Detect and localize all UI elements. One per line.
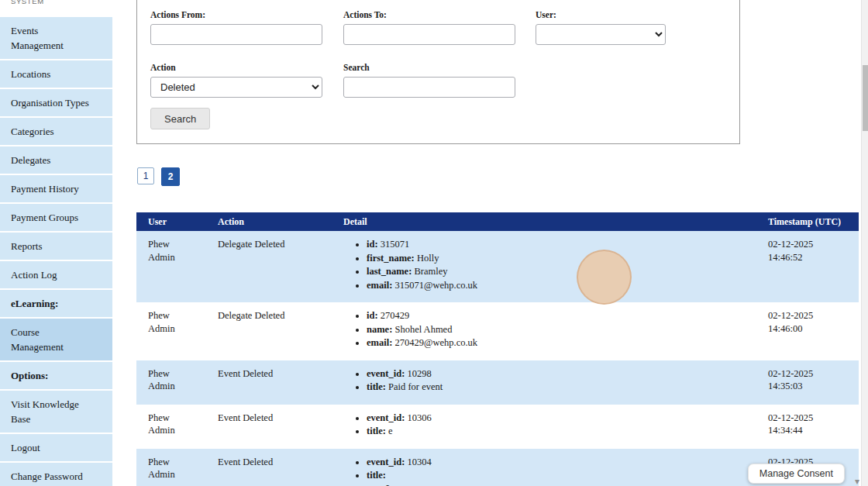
page-button-2[interactable]: 2 bbox=[161, 167, 180, 186]
detail-cell: id: 315071first_name: Hollylast_name: Br… bbox=[332, 231, 756, 302]
detail-item: email: 315071@wehp.co.uk bbox=[367, 279, 745, 292]
timestamp-cell: 02-12-2025 14:46:00 bbox=[756, 302, 859, 360]
timestamp-cell: 02-12-2025 14:34:44 bbox=[756, 405, 859, 449]
user-field: User: bbox=[536, 9, 666, 45]
detail-item: first_name: Holly bbox=[367, 252, 745, 265]
action-label: Action bbox=[150, 62, 322, 73]
sidebar-item-categories[interactable]: Categories bbox=[0, 118, 112, 145]
detail-item: last_name: Bramley bbox=[367, 265, 745, 278]
column-header: Timestamp (UTC) bbox=[756, 212, 859, 231]
table-header-row: UserActionDetailTimestamp (UTC) bbox=[136, 212, 859, 231]
detail-item: event_id: 10304 bbox=[367, 456, 745, 469]
actions-from-label: Actions From: bbox=[150, 9, 322, 20]
action-log-page: SYSTEM Events ManagementLocationsOrganis… bbox=[0, 0, 868, 486]
sidebar-item-elearning: eLearning: bbox=[0, 290, 112, 317]
user-label: User: bbox=[536, 9, 666, 20]
user-cell: Phew Admin bbox=[136, 449, 206, 486]
detail-item: name: Shohel Ahmed bbox=[367, 323, 745, 336]
user-select[interactable] bbox=[536, 24, 666, 45]
search-input[interactable] bbox=[343, 77, 515, 98]
action-cell: Event Deleted bbox=[206, 360, 332, 405]
scrollbar[interactable] bbox=[861, 0, 868, 486]
detail-item: title:0: bbox=[367, 469, 745, 486]
pagination: 12 bbox=[137, 167, 180, 186]
detail-item: title: Paid for event bbox=[367, 381, 745, 394]
widget-chevron-icon[interactable]: ▾ bbox=[855, 477, 859, 486]
search-field: Search bbox=[343, 62, 515, 98]
detail-item: id: 315071 bbox=[367, 238, 745, 251]
action-log-table: UserActionDetailTimestamp (UTC) Phew Adm… bbox=[136, 212, 859, 486]
table-row: Phew AdminEvent Deletedevent_id: 10306ti… bbox=[136, 405, 859, 449]
user-cell: Phew Admin bbox=[136, 360, 206, 405]
search-label: Search bbox=[343, 62, 515, 73]
sidebar-section-label: SYSTEM bbox=[11, 0, 112, 5]
detail-item: event_id: 10306 bbox=[367, 412, 745, 425]
detail-cell: id: 270429name: Shohel Ahmedemail: 27042… bbox=[332, 302, 756, 360]
detail-item: title: e bbox=[367, 425, 745, 438]
sidebar-item-course-management[interactable]: Course Management bbox=[0, 319, 112, 360]
table-row: Phew AdminEvent Deletedevent_id: 10298ti… bbox=[136, 360, 859, 405]
sidebar-item-change-password[interactable]: Change Password bbox=[0, 463, 112, 486]
filter-panel: Actions From: Actions To: User: Action D… bbox=[136, 0, 740, 144]
action-cell: Event Deleted bbox=[206, 449, 332, 486]
sidebar-item-events-management[interactable]: Events Management bbox=[0, 17, 112, 59]
detail-item: email: 270429@wehp.co.uk bbox=[367, 336, 745, 350]
timestamp-cell: 02-12-2025 14:35:03 bbox=[756, 360, 859, 405]
actions-to-label: Actions To: bbox=[343, 9, 515, 20]
sidebar: SYSTEM Events ManagementLocationsOrganis… bbox=[0, 0, 112, 486]
detail-cell: event_id: 10304title:0: bbox=[332, 449, 756, 486]
column-header: User bbox=[136, 212, 206, 231]
action-cell: Delegate Deleted bbox=[206, 231, 332, 302]
actions-from-input[interactable] bbox=[150, 24, 322, 45]
column-header: Detail bbox=[332, 212, 756, 231]
sidebar-nav: Events ManagementLocationsOrganisation T… bbox=[0, 17, 112, 486]
actions-to-field: Actions To: bbox=[343, 9, 515, 45]
sidebar-item-delegates[interactable]: Delegates bbox=[0, 146, 112, 174]
sidebar-item-locations[interactable]: Locations bbox=[0, 60, 112, 88]
sidebar-item-organisation-types[interactable]: Organisation Types bbox=[0, 89, 112, 116]
sidebar-item-payment-groups[interactable]: Payment Groups bbox=[0, 204, 112, 231]
detail-item: 0: bbox=[385, 482, 745, 486]
scrollbar-thumb[interactable] bbox=[863, 65, 868, 131]
page-button-1[interactable]: 1 bbox=[137, 167, 154, 184]
action-select[interactable]: Deleted bbox=[150, 77, 322, 98]
timestamp-cell: 02-12-2025 14:46:52 bbox=[756, 231, 859, 302]
action-cell: Event Deleted bbox=[206, 405, 332, 449]
search-button[interactable]: Search bbox=[150, 108, 210, 129]
sidebar-item-options: Options: bbox=[0, 362, 112, 389]
detail-item: event_id: 10298 bbox=[367, 367, 745, 381]
column-header: Action bbox=[206, 212, 332, 231]
detail-cell: event_id: 10298title: Paid for event bbox=[332, 360, 756, 405]
user-cell: Phew Admin bbox=[136, 231, 206, 302]
user-cell: Phew Admin bbox=[136, 405, 206, 449]
detail-item: id: 270429 bbox=[367, 309, 745, 322]
actions-from-field: Actions From: bbox=[150, 9, 322, 45]
sidebar-item-logout[interactable]: Logout bbox=[0, 434, 112, 461]
user-cell: Phew Admin bbox=[136, 302, 206, 360]
table-row: Phew AdminDelegate Deletedid: 315071firs… bbox=[136, 231, 859, 302]
action-cell: Delegate Deleted bbox=[206, 302, 332, 360]
sidebar-item-payment-history[interactable]: Payment History bbox=[0, 175, 112, 202]
sidebar-item-action-log[interactable]: Action Log bbox=[0, 261, 112, 288]
actions-to-input[interactable] bbox=[343, 24, 515, 45]
sidebar-item-reports[interactable]: Reports bbox=[0, 233, 112, 260]
table-row: Phew AdminDelegate Deletedid: 270429name… bbox=[136, 302, 859, 360]
action-field: Action Deleted bbox=[150, 62, 322, 98]
manage-consent-button[interactable]: Manage Consent bbox=[748, 464, 845, 484]
sidebar-item-visit-knowledge-base[interactable]: Visit Knowledge Base bbox=[0, 391, 112, 433]
detail-cell: event_id: 10306title: e bbox=[332, 405, 756, 449]
